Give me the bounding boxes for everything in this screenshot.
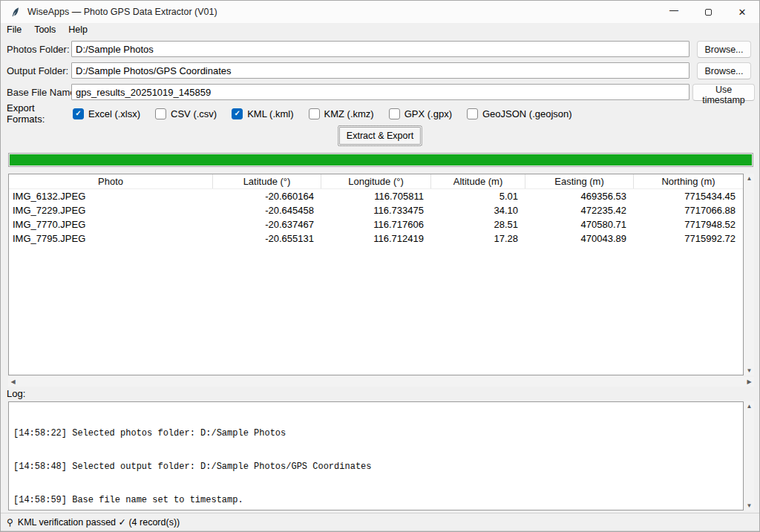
photos-folder-input[interactable] [71,41,689,57]
log-output[interactable]: [14:58:22] Selected photos folder: D:/Sa… [8,401,744,510]
kmz-checkbox-label: KMZ (.kmz) [324,108,374,119]
checkbox-kmz[interactable]: ✓ KMZ (.kmz) [309,108,374,119]
photos-folder-label: Photos Folder: [7,41,70,58]
checkbox-csv[interactable]: ✓ CSV (.csv) [155,108,217,119]
menu-item-help[interactable]: Help [68,24,88,35]
scroll-down-icon[interactable]: ▼ [744,501,754,510]
close-button[interactable]: ✕ [725,1,759,23]
cell-northing: 7717066.88 [634,203,743,217]
minimize-icon: — [669,5,678,16]
cell-photo: IMG_7229.JPEG [9,203,213,217]
log-line: [14:58:48] Selected output folder: D:/Sa… [13,462,738,473]
cell-photo: IMG_6132.JPEG [9,189,213,203]
scroll-down-icon[interactable]: ▼ [744,366,754,375]
cell-altitude: 34.10 [431,203,525,217]
cell-longitude: 116.712419 [321,231,431,246]
app-feather-icon [10,7,21,18]
table-horizontal-scrollbar[interactable]: ◀ ▶ [8,377,754,387]
cell-northing: 7715992.72 [634,231,743,246]
progress-bar [8,153,753,167]
minimize-button[interactable]: — [657,1,691,23]
progress-fill [10,154,752,165]
title-bar: WiseApps — Photo GPS Data Extractor (V01… [1,1,759,23]
status-bar: ⚲ KML verification passed ✓ (4 record(s)… [1,513,760,531]
column-header-altitude[interactable]: Altitude (m) [431,174,525,188]
base-file-name-input[interactable] [71,84,689,100]
checkbox-excel[interactable]: ✓ Excel (.xlsx) [73,108,140,119]
photos-folder-row: Photos Folder: Browse... [1,41,759,58]
photos-browse-button[interactable]: Browse... [697,41,751,58]
cell-easting: 469356.53 [525,189,634,203]
check-icon: ✓ [75,110,81,117]
table-header: Photo Latitude (°) Longitude (°) Altitud… [9,174,743,189]
cell-longitude: 116.705811 [321,189,431,203]
gpx-checkbox-box[interactable]: ✓ [389,108,400,119]
column-header-photo[interactable]: Photo [9,174,213,188]
window-controls: — ✕ [657,1,759,23]
cell-northing: 7717948.52 [634,217,743,231]
results-table: Photo Latitude (°) Longitude (°) Altitud… [8,174,744,375]
maximize-button[interactable] [691,1,725,23]
checkbox-gpx[interactable]: ✓ GPX (.gpx) [389,108,452,119]
checkbox-geojson[interactable]: ✓ GeoJSON (.geojson) [467,108,572,119]
cell-easting: 472235.42 [525,203,634,217]
kmz-checkbox-box[interactable]: ✓ [309,108,320,119]
status-text: KML verification passed ✓ (4 record(s)) [18,516,180,528]
output-folder-label: Output Folder: [7,62,68,79]
window-title: WiseApps — Photo GPS Data Extractor (V01… [27,7,217,17]
csv-checkbox-label: CSV (.csv) [171,108,217,119]
cell-altitude: 17.28 [431,231,525,246]
geojson-checkbox-label: GeoJSON (.geojson) [482,108,572,119]
cell-longitude: 116.717606 [321,217,431,231]
output-browse-button[interactable]: Browse... [697,62,751,79]
scroll-up-icon[interactable]: ▲ [744,401,754,411]
magnifier-icon: ⚲ [7,517,13,528]
kml-checkbox-box[interactable]: ✓ [232,108,243,119]
column-header-northing[interactable]: Northing (m) [634,174,743,188]
menu-item-tools[interactable]: Tools [34,24,56,35]
cell-northing: 7715434.45 [634,189,743,203]
export-formats-row: Export Formats: ✓ Excel (.xlsx) ✓ CSV (.… [7,106,759,121]
table-row[interactable]: IMG_7795.JPEG -20.655131 116.712419 17.2… [9,231,743,246]
menu-bar: File Tools Help [1,23,759,36]
geojson-checkbox-box[interactable]: ✓ [467,108,478,119]
base-file-name-row: Base File Name: Use timestamp [1,84,759,101]
scroll-right-icon[interactable]: ▶ [744,377,754,387]
output-folder-row: Output Folder: Browse... [1,62,759,79]
gpx-checkbox-label: GPX (.gpx) [404,108,452,119]
output-folder-input[interactable] [71,62,689,79]
table-row[interactable]: IMG_7770.JPEG -20.637467 116.717606 28.5… [9,217,743,231]
maximize-icon [705,9,712,16]
cell-easting: 470043.89 [525,231,634,246]
scroll-up-icon[interactable]: ▲ [744,174,754,183]
table-row[interactable]: IMG_6132.JPEG -20.660164 116.705811 5.01… [9,189,743,203]
excel-checkbox-box[interactable]: ✓ [73,108,84,119]
log-vertical-scrollbar[interactable]: ▲ ▼ [744,401,754,510]
table-vertical-scrollbar[interactable]: ▲ ▼ [744,174,754,375]
base-file-name-label: Base File Name: [7,84,78,101]
extract-export-button[interactable]: Extract & Export [339,127,421,145]
cell-altitude: 5.01 [431,189,525,203]
kml-checkbox-label: KML (.kml) [247,108,293,119]
close-icon: ✕ [738,7,747,18]
csv-checkbox-box[interactable]: ✓ [155,108,166,119]
cell-photo: IMG_7795.JPEG [9,231,213,246]
table-row[interactable]: IMG_7229.JPEG -20.645458 116.733475 34.1… [9,203,743,217]
menu-item-file[interactable]: File [7,24,22,35]
scroll-left-icon[interactable]: ◀ [8,377,18,387]
column-header-latitude[interactable]: Latitude (°) [213,174,321,188]
column-header-longitude[interactable]: Longitude (°) [321,174,431,188]
log-label: Log: [7,388,25,399]
cell-photo: IMG_7770.JPEG [9,217,213,231]
checkbox-kml[interactable]: ✓ KML (.kml) [232,108,293,119]
cell-easting: 470580.71 [525,217,634,231]
cell-latitude: -20.637467 [213,217,321,231]
cell-latitude: -20.660164 [213,189,321,203]
export-formats-label: Export Formats: [7,102,73,125]
excel-checkbox-label: Excel (.xlsx) [88,108,140,119]
log-line: [14:58:22] Selected photos folder: D:/Sa… [13,428,738,439]
column-header-easting[interactable]: Easting (m) [525,174,634,188]
use-timestamp-button[interactable]: Use timestamp [692,84,755,101]
check-icon: ✓ [234,110,240,117]
app-window: WiseApps — Photo GPS Data Extractor (V01… [0,0,760,532]
